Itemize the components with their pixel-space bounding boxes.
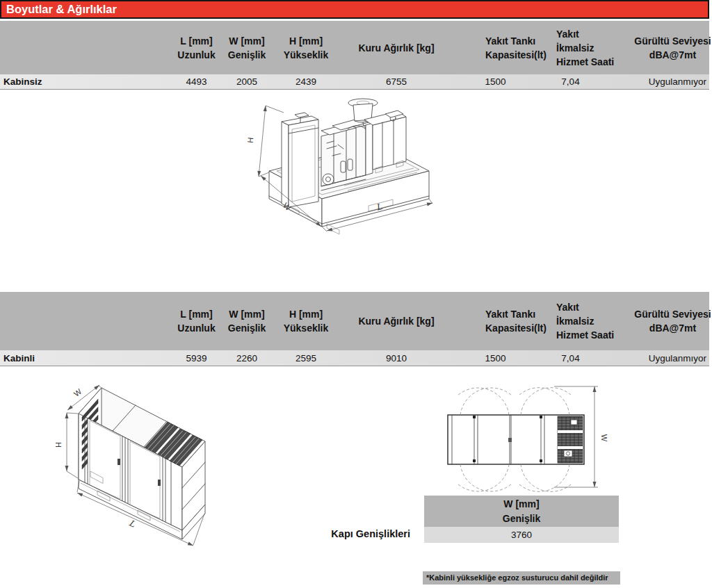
open-genset-drawing: H W L (243, 95, 452, 235)
spec-row-canopied: Kabinli 5939 2260 2595 9010 1500 7,04 Uy… (0, 350, 709, 366)
row-label: Kabinli (0, 350, 170, 366)
dim-label-h: H (54, 442, 63, 448)
dim-label-w: W (600, 434, 608, 442)
col-header-fuel-tank: Yakıt Tankı Kapasitesi(lt) (452, 21, 539, 74)
door-handle (118, 459, 120, 465)
col-header-dry-weight: Kuru Ağırlık [kg] (341, 21, 452, 74)
value-dry-weight: 6755 (341, 74, 452, 89)
col-header-height: H [mm] Yükseklik (271, 292, 341, 350)
radiator (282, 113, 318, 207)
col-header-fuel-tank: Yakıt Tankı Kapasitesi(lt) (452, 292, 539, 350)
value-width: 2005 (222, 74, 271, 89)
dim-label-l: L (127, 518, 137, 529)
value-noise: Uygulanmıyor (612, 350, 709, 366)
value-service-hours: 7,04 (539, 350, 612, 366)
row-label: Kabinsiz (0, 74, 170, 89)
col-header-height: H [mm] Yükseklik (271, 21, 341, 74)
spec-table-canopied: L [mm] Uzunluk W [mm] Genişlik H [mm] Yü… (0, 292, 709, 366)
col-header-length: L [mm] Uzunluk (170, 292, 222, 350)
value-fuel-tank: 1500 (452, 350, 539, 366)
datasheet-page: Boyutlar & Ağırlıklar L [mm] Uzunluk W [… (0, 0, 712, 588)
value-width: 2260 (222, 350, 271, 366)
value-height: 2595 (271, 350, 341, 366)
col-header-dry-weight: Kuru Ağırlık [kg] (341, 292, 452, 350)
dim-label-w: W (72, 387, 83, 398)
col-header-service-hours: Yakıt İkmalsiz Hizmet Saati (539, 292, 612, 350)
value-service-hours: 7,04 (539, 74, 612, 89)
footnote: *Kabinli yüksekliğe egzoz susturucu dahi… (423, 571, 620, 585)
spec-table-canopied-header: L [mm] Uzunluk W [mm] Genişlik H [mm] Yü… (0, 292, 709, 350)
value-noise: Uygulanmıyor (612, 74, 709, 89)
value-height: 2439 (271, 74, 341, 89)
value-fuel-tank: 1500 (452, 74, 539, 89)
value-length: 4493 (170, 74, 222, 89)
spec-row-open: Kabinsiz 4493 2005 2439 6755 1500 7,04 U… (0, 74, 709, 90)
col-header-noise: Gürültü Seviyesi dBA@7mt (612, 21, 709, 74)
radiator-discharge-grille (558, 416, 583, 463)
canopy-genset-drawing: H W L (54, 381, 238, 553)
value-dry-weight: 9010 (341, 350, 452, 366)
spec-table-open-header: L [mm] Uzunluk W [mm] Genişlik H [mm] Yü… (0, 21, 709, 74)
col-header-rowlabel (0, 21, 170, 74)
door-widths-value: 3760 (424, 527, 619, 543)
col-header-length: L [mm] Uzunluk (170, 21, 222, 74)
col-header-service-hours: Yakıt İkmalsiz Hizmet Saati (539, 21, 612, 74)
col-header-width: W [mm] Genişlik (222, 292, 271, 350)
spec-table-open: L [mm] Uzunluk W [mm] Genişlik H [mm] Yü… (0, 21, 709, 90)
door-widths-table: W [mm] Genişlik 3760 (424, 496, 619, 543)
dim-label-h: H (246, 137, 255, 143)
door-widths-label: Kapı Genişlikleri (292, 528, 410, 539)
col-header-width: W [mm] Genişlik (222, 21, 271, 74)
page-title: Boyutlar & Ağırlıklar (6, 3, 117, 15)
col-header-rowlabel (0, 292, 170, 350)
col-header-noise: Gürültü Seviyesi dBA@7mt (612, 292, 709, 350)
section-title-bar: Boyutlar & Ağırlıklar (0, 0, 709, 19)
door-widths-header: W [mm] Genişlik (424, 496, 619, 527)
value-length: 5939 (170, 350, 222, 366)
door-handle (158, 480, 161, 486)
canopy-top-view-drawing: W (423, 381, 610, 498)
